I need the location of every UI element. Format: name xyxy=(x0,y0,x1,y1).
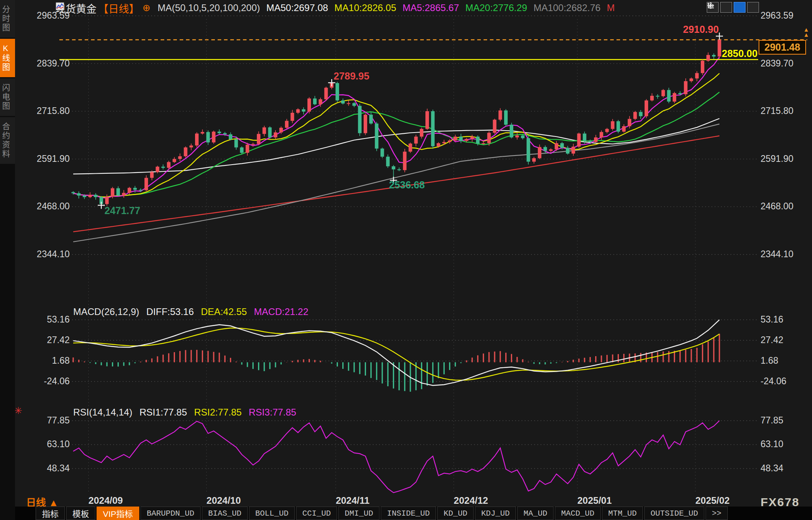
toolbar-tab-INSIDE_UD[interactable]: INSIDE_UD xyxy=(381,507,436,520)
axis-label-left: 53.16 xyxy=(23,314,70,325)
axis-label-left: 1.68 xyxy=(23,355,70,366)
ma-value-label: M xyxy=(607,2,615,13)
high-annotation: 2910.90 xyxy=(683,24,719,35)
date-axis-row: 日线 ▲ 2024/092024/102024/112024/122025/01… xyxy=(15,493,812,507)
rsi1-value: RSI1:77.85 xyxy=(139,407,187,418)
axis-label-right: 2963.59 xyxy=(761,10,793,21)
toolbar-tab-MA_UD[interactable]: MA_UD xyxy=(517,507,554,520)
macd-dea-value: DEA:42.55 xyxy=(201,306,247,317)
date-label: 2025/02 xyxy=(695,495,730,506)
toolbar-tab-OUTSIDE_UD[interactable]: OUTSIDE_UD xyxy=(644,507,704,520)
ma-value-label: MA5:2865.67 xyxy=(402,2,459,13)
axis-label-right: 27.42 xyxy=(761,335,784,345)
toolbar-tab-CCI_UD[interactable]: CCI_UD xyxy=(296,507,337,520)
date-label: 2024/12 xyxy=(454,495,488,506)
chart-tool-buttons xyxy=(707,2,759,13)
ma-value-label: MA100:2682.76 xyxy=(533,2,600,13)
watermark: FX678 xyxy=(761,495,799,509)
rsi-title: RSI(14,14,14) xyxy=(73,407,132,418)
axis-label-left: 27.42 xyxy=(23,335,70,345)
axis-label-right: 2839.70 xyxy=(761,58,793,69)
toolbar-tab-指标[interactable]: 指标 xyxy=(36,507,65,520)
sidebar-tab-分时图[interactable]: 分时图 xyxy=(0,0,15,38)
axis-label-right: 2715.80 xyxy=(761,106,793,116)
indicator-toolbar: 指标模板VIP指标BARUPDN_UDBIAS_UDBOLL_UDCCI_UDD… xyxy=(15,507,812,520)
axis-label-right: -24.06 xyxy=(761,376,786,387)
axis-label-right: 2468.00 xyxy=(761,201,793,212)
ma-value-label: MA20:2776.29 xyxy=(465,2,527,13)
axis-label-left: 48.34 xyxy=(23,463,70,474)
trading-app-window: 分时图K线图闪电图合约资料 现货黄金 【日线】 ⊕ MA(50,10,5,20,… xyxy=(0,0,812,520)
chart-header: 现货黄金 【日线】 ⊕ MA(50,10,5,20,100,200) MA50:… xyxy=(55,2,615,14)
toolbar-tab-BARUPDN_UD[interactable]: BARUPDN_UD xyxy=(140,507,201,520)
axis-label-right: 48.34 xyxy=(761,463,784,474)
macd-value: MACD:21.22 xyxy=(254,306,308,317)
rsi-header: RSI(14,14,14) RSI1:77.85 RSI2:77.85 RSI3… xyxy=(73,407,296,418)
toolbar-tab-MACD_UD[interactable]: MACD_UD xyxy=(555,507,601,520)
sidebar-tab-闪电图[interactable]: 闪电图 xyxy=(0,78,15,116)
axis-label-left: 63.10 xyxy=(23,439,70,450)
toolbar-tab-BIAS_UD[interactable]: BIAS_UD xyxy=(202,507,248,520)
low-annotation: 2536.68 xyxy=(389,179,425,191)
current-price-box: 2901.48 xyxy=(759,40,806,55)
toolbar-tab-模板[interactable]: 模板 xyxy=(66,507,95,520)
alert-line-label: 2850.00 xyxy=(722,48,757,59)
ma-set-label: MA(50,10,5,20,100,200) xyxy=(157,2,260,13)
rsi2-value: RSI2:77.85 xyxy=(194,407,242,418)
axis-label-left: 77.85 xyxy=(23,415,70,426)
scroll-to-latest-icon[interactable]: ▲▲ xyxy=(803,27,809,37)
toolbar-tab-KD_UD[interactable]: KD_UD xyxy=(437,507,474,520)
axis-label-left: 2591.90 xyxy=(23,154,70,164)
macd-title: MACD(26,12,9) xyxy=(73,306,139,317)
axis-label-left: 2468.00 xyxy=(23,201,70,212)
add-indicator-icon[interactable]: ⊕ xyxy=(142,2,150,13)
toolbar-tab-MTM_UD[interactable]: MTM_UD xyxy=(602,507,643,520)
macd-diff-value: DIFF:53.16 xyxy=(146,306,194,317)
axis-label-right: 63.10 xyxy=(761,439,784,450)
axis-label-left: 2839.70 xyxy=(23,58,70,69)
ma-value-label: MA10:2826.05 xyxy=(334,2,396,13)
axis-label-left: 2715.80 xyxy=(23,106,70,116)
early-low-annotation: 2471.77 xyxy=(104,205,140,216)
toolbar-tab-KDJ_UD[interactable]: KDJ_UD xyxy=(475,507,516,520)
rsi3-value: RSI3:77.85 xyxy=(249,407,296,418)
toolbar-tab-DMI_UD[interactable]: DMI_UD xyxy=(338,507,379,520)
date-label: 2024/10 xyxy=(207,495,241,506)
axis-label-right: 77.85 xyxy=(761,415,784,426)
peak-annotation: 2789.95 xyxy=(334,70,369,82)
auto-scroll-button[interactable] xyxy=(734,2,746,13)
ma-values: MA50:2697.08MA10:2826.05MA5:2865.67MA20:… xyxy=(260,2,615,13)
axis-label-right: 1.68 xyxy=(761,355,778,366)
axis-label-right: 2344.10 xyxy=(761,249,793,260)
axis-label-left: 2344.10 xyxy=(23,249,70,260)
chart-canvas[interactable] xyxy=(0,0,812,495)
shift-right-button[interactable] xyxy=(747,2,759,13)
axis-scale-button[interactable] xyxy=(720,2,732,13)
toolbar-tab->>[interactable]: >> xyxy=(706,507,728,520)
date-label: 2024/09 xyxy=(89,495,123,506)
sidebar-tab-合约资料[interactable]: 合约资料 xyxy=(0,117,15,164)
alert-burst-icon[interactable]: ✳ xyxy=(14,405,22,416)
macd-header: MACD(26,12,9) DIFF:53.16 DEA:42.55 MACD:… xyxy=(73,306,308,317)
axis-label-right: 2591.90 xyxy=(761,154,793,164)
date-label: 2025/01 xyxy=(577,495,612,506)
toolbar-tab-BOLL_UD[interactable]: BOLL_UD xyxy=(249,507,295,520)
date-label: 2024/11 xyxy=(336,495,369,506)
period-tag[interactable]: 【日线】 xyxy=(98,1,139,15)
sidebar-tab-K线图[interactable]: K线图 xyxy=(0,39,15,77)
ma-value-label: MA50:2697.08 xyxy=(266,2,328,13)
axis-label-left: -24.06 xyxy=(23,376,70,387)
axis-label-right: 53.16 xyxy=(761,314,784,325)
toolbar-tab-VIP指标[interactable]: VIP指标 xyxy=(97,507,139,520)
left-sidebar: 分时图K线图闪电图合约资料 xyxy=(0,0,15,520)
